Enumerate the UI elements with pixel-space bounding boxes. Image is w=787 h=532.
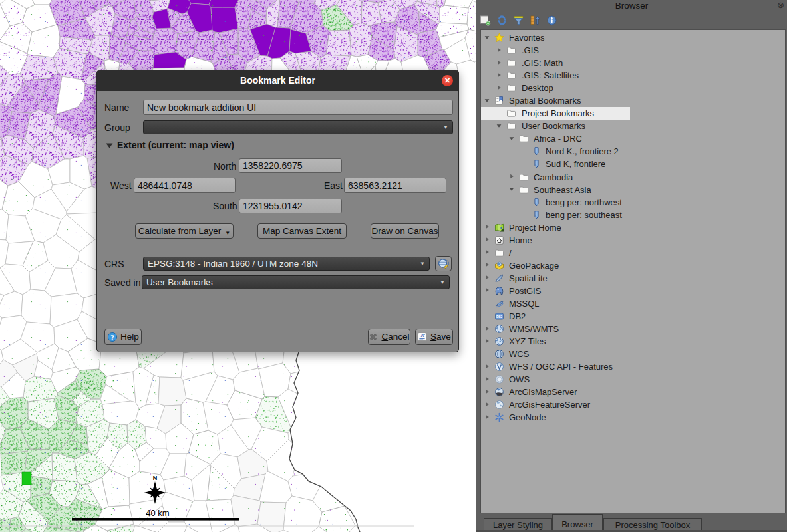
svg-text:?: ? [110, 333, 114, 341]
svg-text:N: N [153, 475, 158, 481]
svg-text:DB2: DB2 [496, 315, 503, 319]
svg-text:40 km: 40 km [146, 508, 169, 518]
svg-text:A: A [420, 333, 424, 338]
